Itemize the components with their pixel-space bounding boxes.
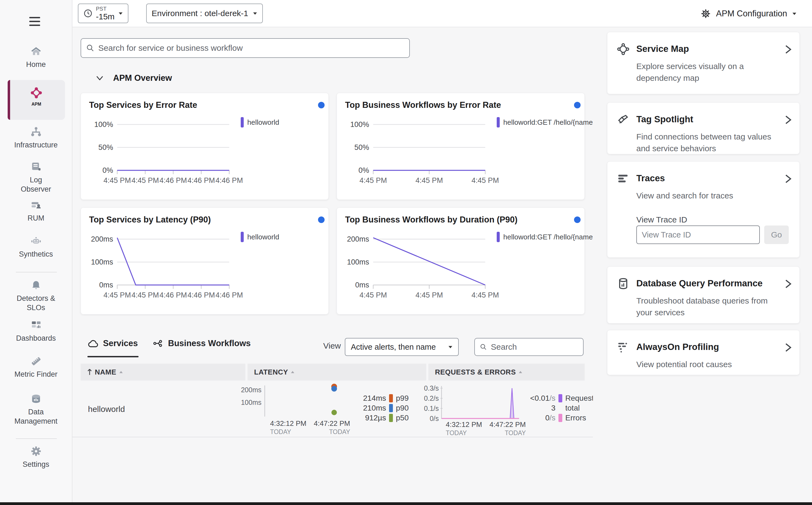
left-nav-sidebar: Home APM Infrastructure Log Observer RUM… bbox=[0, 0, 73, 502]
tab-label: Services bbox=[103, 338, 138, 348]
profiling-icon bbox=[617, 341, 630, 354]
legend-label: helloworld bbox=[247, 118, 279, 127]
card-service-map[interactable]: Service Map Explore services visually on… bbox=[607, 32, 800, 94]
apm-overview-section-toggle[interactable]: APM Overview bbox=[96, 73, 172, 83]
tab-label: Business Workflows bbox=[168, 338, 251, 348]
database-icon bbox=[617, 277, 630, 290]
chart-legend: helloworld bbox=[241, 117, 279, 128]
sidebar-item-log-observer[interactable]: Log Observer bbox=[0, 161, 72, 194]
legend-swatch bbox=[241, 117, 244, 128]
x-axis-labels: 4:45 PM4:45 PM4:46 PM4:46 PM4:46 PM bbox=[117, 291, 229, 300]
trace-id-label: View Trace ID bbox=[636, 215, 687, 224]
table-search-input[interactable] bbox=[491, 342, 578, 352]
requests-errors-spark-chart bbox=[440, 384, 523, 421]
latency-p50-stat: 912µs p50 bbox=[357, 413, 409, 423]
line-chart-plot bbox=[117, 239, 229, 285]
workflow-icon bbox=[153, 339, 164, 348]
service-map-icon bbox=[617, 42, 630, 56]
y-axis-labels: 100%50%0% bbox=[337, 125, 369, 170]
tag-spotlight-icon bbox=[617, 113, 630, 126]
dashboards-icon bbox=[30, 319, 42, 331]
card-alwayson-profiling[interactable]: AlwaysOn Profiling View potential root c… bbox=[607, 330, 800, 375]
tab-business-workflows[interactable]: Business Workflows bbox=[153, 338, 251, 348]
column-header-latency[interactable]: LATENCY bbox=[247, 364, 426, 380]
legend-label: helloworld:GET /hello/{name?} bbox=[503, 233, 599, 241]
sidebar-item-label: Synthetics bbox=[14, 250, 58, 259]
time-range-picker[interactable]: PST -15m bbox=[78, 4, 128, 23]
requests-rate-stat: <0.01/s Requests bbox=[526, 394, 604, 403]
service-search-bar[interactable] bbox=[81, 38, 410, 58]
sidebar-item-infrastructure[interactable]: Infrastructure bbox=[0, 126, 72, 150]
latency-p99-stat: 214ms p99 bbox=[357, 394, 409, 403]
top-bar: PST -15m Environment : otel-derek-1 APM … bbox=[73, 0, 812, 27]
table-row-helloworld[interactable]: helloworld 200ms 100ms 4:32:12 PMTODAY 4… bbox=[73, 380, 593, 437]
caret-down-icon bbox=[253, 12, 257, 15]
chart-title: Top Business Workflows by Error Rate bbox=[345, 100, 501, 110]
sidebar-divider bbox=[16, 272, 57, 273]
y-axis-labels: 200ms100ms0ms bbox=[337, 239, 369, 285]
sidebar-item-label: Data Management bbox=[14, 407, 58, 426]
requests-x-tick: 4:47:22 PMTODAY bbox=[490, 420, 526, 437]
sidebar-item-home[interactable]: Home bbox=[0, 45, 72, 69]
errors-swatch bbox=[559, 414, 562, 422]
latency-x-tick: 4:47:22 PMTODAY bbox=[314, 419, 350, 436]
requests-x-tick: 4:32:12 PMTODAY bbox=[446, 420, 482, 437]
chevron-right-icon bbox=[785, 174, 792, 183]
search-icon bbox=[480, 343, 487, 351]
chevron-down-icon bbox=[96, 76, 103, 80]
chevron-right-icon bbox=[785, 115, 792, 125]
sidebar-item-dashboards[interactable]: Dashboards bbox=[0, 319, 72, 343]
go-button[interactable]: Go bbox=[764, 225, 789, 244]
alert-status-dot bbox=[318, 102, 325, 108]
errors-rate-stat: 0/s Errors bbox=[526, 413, 604, 423]
table-search-bar[interactable] bbox=[474, 338, 584, 356]
sidebar-item-metric-finder[interactable]: Metric Finder bbox=[0, 355, 72, 379]
card-tag-spotlight[interactable]: Tag Spotlight Find connections between t… bbox=[607, 102, 800, 154]
sidebar-item-detectors-slos[interactable]: Detectors & SLOs bbox=[0, 279, 72, 313]
metric-finder-icon bbox=[30, 355, 42, 367]
y-axis-labels: 100%50%0% bbox=[81, 125, 113, 170]
latency-y-tick: 200ms bbox=[241, 386, 261, 394]
timezone-label: PST bbox=[96, 6, 107, 11]
sidebar-item-data-management[interactable]: Data Management bbox=[0, 392, 72, 426]
chart-legend: helloworld:GET /hello/{name?} bbox=[497, 117, 599, 128]
rum-icon bbox=[30, 199, 42, 211]
sidebar-item-label: Log Observer bbox=[14, 176, 58, 194]
latency-scatter-plot bbox=[264, 384, 354, 417]
environment-dropdown[interactable]: Environment : otel-derek-1 bbox=[146, 4, 263, 23]
sidebar-item-synthetics[interactable]: Synthetics bbox=[0, 235, 72, 259]
sort-caret-icon bbox=[291, 371, 295, 373]
sidebar-item-label: Settings bbox=[14, 460, 58, 469]
chart-card-top-business-workflows-by-error-rate: Top Business Workflows by Error Rate 100… bbox=[337, 93, 585, 200]
trace-id-field[interactable] bbox=[636, 225, 760, 244]
apm-configuration-label: APM Configuration bbox=[716, 9, 787, 19]
trace-id-input[interactable] bbox=[642, 230, 755, 239]
time-range-value: -15m bbox=[96, 13, 114, 21]
chevron-right-icon bbox=[785, 279, 792, 289]
column-header-name[interactable]: NAME bbox=[81, 364, 245, 380]
card-database-query-performance[interactable]: Database Query Performance Troubleshoot … bbox=[607, 267, 800, 323]
sidebar-item-apm[interactable]: APM bbox=[8, 80, 65, 120]
sort-direction-arrow-icon bbox=[87, 369, 92, 375]
traces-icon bbox=[617, 172, 630, 185]
section-title: APM Overview bbox=[113, 73, 172, 83]
service-search-input[interactable] bbox=[98, 43, 404, 53]
sidebar-item-label: Dashboards bbox=[14, 334, 58, 343]
home-icon bbox=[30, 45, 42, 57]
sidebar-item-rum[interactable]: RUM bbox=[0, 199, 72, 223]
hamburger-menu-icon[interactable] bbox=[29, 17, 40, 28]
card-traces[interactable]: Traces View and search for traces View T… bbox=[607, 161, 800, 258]
column-header-label: LATENCY bbox=[254, 368, 288, 376]
service-name-link[interactable]: helloworld bbox=[88, 404, 125, 414]
alert-status-dot bbox=[318, 216, 325, 223]
apm-configuration-menu[interactable]: APM Configuration bbox=[700, 0, 797, 27]
latency-x-tick: 4:32:12 PMTODAY bbox=[270, 419, 307, 436]
sidebar-item-label: Infrastructure bbox=[14, 141, 58, 150]
chart-title: Top Services by Error Rate bbox=[89, 100, 197, 110]
tab-services[interactable]: Services bbox=[88, 338, 138, 348]
line-chart-plot bbox=[373, 125, 485, 170]
sort-caret-icon bbox=[119, 371, 123, 373]
view-sort-dropdown[interactable]: Active alerts, then name bbox=[345, 338, 459, 356]
column-header-requests-errors[interactable]: REQUESTS & ERRORS bbox=[429, 364, 585, 380]
sidebar-item-settings[interactable]: Settings bbox=[0, 445, 72, 469]
